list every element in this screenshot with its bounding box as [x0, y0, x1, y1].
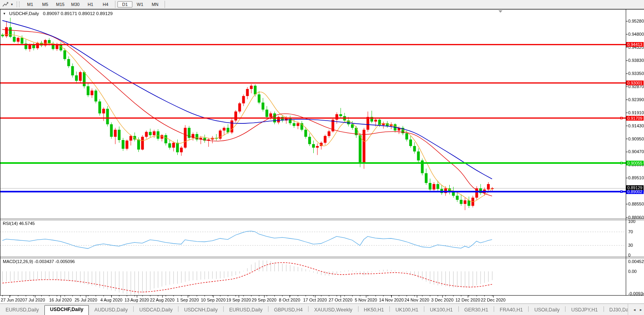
- rsi-indicator-label: RSI(14) 46.5745: [3, 221, 35, 226]
- chart-tab-audusd[interactable]: AUDUSD,Daily: [89, 305, 133, 315]
- price-tick-label: 0.91910: [628, 110, 644, 115]
- chart-tool-icon[interactable]: [2, 1, 9, 8]
- date-tick-label: 27 Jun 2020: [1, 298, 25, 302]
- price-tick-label: 0.90470: [628, 149, 644, 154]
- tab-scroll-right-icon[interactable]: ▸: [638, 307, 644, 312]
- hline-price-tag[interactable]: 0.90055: [626, 161, 644, 165]
- chart-tab-usdcnh[interactable]: USDCNH,Daily: [178, 305, 223, 315]
- macd-tick-label: -0.009348: [628, 291, 644, 296]
- price-tick-label: 0.92390: [628, 97, 644, 102]
- chart-tab-eurusd[interactable]: EURUSD,Daily: [0, 305, 44, 315]
- top-toolbar: ▼ M1M5M15M30H1H4D1W1MN: [0, 0, 644, 9]
- price-tick-label: 0.91430: [628, 123, 644, 128]
- price-tick-label: 0.88550: [628, 202, 644, 206]
- chart-ohlc-values: 0.89097 0.89171 0.89012 0.89129: [43, 11, 113, 16]
- timeframe-mn-button[interactable]: MN: [148, 1, 163, 8]
- chart-tab-dj30[interactable]: DJ30,Daily: [604, 305, 628, 315]
- chart-tab-hk50[interactable]: HK50,H1: [358, 305, 390, 315]
- tab-strip: EURUSD,DailyUSDCHF,DailyAUDUSD,DailyUSDC…: [0, 304, 628, 315]
- date-tick-label: 12 Dec 2020: [455, 298, 480, 302]
- rsi-tick-label: 0: [628, 253, 631, 257]
- timeframe-m1-button[interactable]: M1: [23, 1, 38, 8]
- date-tick-label: 13 Aug 2020: [125, 298, 149, 302]
- date-tick-label: 22 Dec 2020: [481, 298, 506, 302]
- date-tick-label: 27 Oct 2020: [329, 298, 353, 302]
- rsi-tick-label: 100: [628, 219, 635, 224]
- chart-tab-gbpusd[interactable]: GBPUSD,H4: [268, 305, 308, 315]
- chart-tab-bar: EURUSD,DailyUSDCHF,DailyAUDUSD,DailyUSDC…: [0, 303, 644, 315]
- chart-symbol-label: USDCHF,Daily: [9, 11, 39, 16]
- chart-tab-fra40[interactable]: FRA40,H1: [494, 305, 528, 315]
- hline-price-tag[interactable]: 0.94413: [626, 42, 644, 47]
- current-price-tag: 0.89129: [626, 185, 644, 190]
- macd-indicator-label: MACD(12,26,9) -0.003437 -0.005096: [3, 259, 75, 264]
- tab-scroll-arrows: ◂ ▸: [628, 304, 644, 315]
- toolbar-divider: [165, 1, 165, 8]
- macd-tick-label: 0.00: [628, 269, 636, 274]
- chart-tab-xauusd[interactable]: XAUUSD,Weekly: [309, 305, 358, 315]
- toolbar-divider: [115, 1, 115, 8]
- date-tick-label: 5 Nov 2020: [355, 298, 377, 302]
- timeframe-w1-button[interactable]: W1: [132, 1, 148, 8]
- date-tick-label: 14 Nov 2020: [379, 298, 404, 302]
- date-tick-label: 25 Jul 2020: [75, 298, 97, 302]
- price-tick-label: 0.93350: [628, 71, 644, 76]
- timeframe-m15-button[interactable]: M15: [53, 1, 68, 8]
- tab-scroll-left-icon[interactable]: ◂: [631, 307, 638, 312]
- macd-tick-label: 0.004527: [628, 259, 644, 264]
- rsi-tick-label: 30: [628, 243, 633, 248]
- chart-shift-marker-icon[interactable]: [498, 10, 502, 13]
- date-tick-label: 29 Sep 2020: [252, 298, 276, 302]
- chart-tab-usdchf[interactable]: USDCHF,Daily: [44, 305, 89, 315]
- price-tick-label: 0.95280: [628, 19, 644, 23]
- date-tick-label: 19 Sep 2020: [226, 298, 251, 302]
- chart-tab-uk100[interactable]: UK100,H1: [424, 305, 458, 315]
- chart-tab-uk100[interactable]: UK100,H1: [390, 305, 424, 315]
- timeframe-m30-button[interactable]: M30: [68, 1, 83, 8]
- timeframe-h1-button[interactable]: H1: [83, 1, 98, 8]
- hline-price-tag[interactable]: 0.91709: [626, 116, 644, 121]
- timeframe-m5-button[interactable]: M5: [38, 1, 53, 8]
- date-tick-label: 24 Nov 2020: [404, 298, 429, 302]
- hline-price-tag[interactable]: 0.93001: [626, 81, 644, 85]
- chart-tab-ger30[interactable]: GER30,H1: [459, 305, 494, 315]
- price-tick-label: 0.94800: [628, 32, 644, 36]
- toolbar-grip[interactable]: [17, 2, 19, 7]
- date-tick-label: 16 Jul 2020: [49, 298, 72, 302]
- rsi-tick-label: 70: [628, 229, 633, 234]
- date-tick-label: 7 Jul 2020: [25, 298, 45, 302]
- chevron-down-icon[interactable]: ▼: [10, 3, 14, 6]
- chart-tab-usdcad[interactable]: USDCAD,Daily: [134, 305, 178, 315]
- chart-window: ▼ USDCHF,Daily 0.89097 0.89171 0.89012 0…: [0, 9, 644, 303]
- timeframe-h4-button[interactable]: H4: [98, 1, 113, 8]
- timeframe-buttons: M1M5M15M30H1H4D1W1MN: [23, 1, 167, 8]
- date-tick-label: 22 Aug 2020: [150, 298, 174, 302]
- date-tick-label: 17 Oct 2020: [303, 298, 327, 302]
- date-tick-label: 4 Aug 2020: [100, 298, 123, 302]
- chart-tab-usoil[interactable]: USOil,Daily: [529, 305, 565, 315]
- date-tick-label: 3 Dec 2020: [431, 298, 453, 302]
- chart-tab-usdjpy[interactable]: USDJPY,H1: [565, 305, 603, 315]
- date-tick-label: 1 Sep 2020: [176, 298, 199, 302]
- symbol-dropdown-icon[interactable]: ▼: [3, 12, 6, 15]
- date-tick-label: 8 Oct 2020: [279, 298, 300, 302]
- timeframe-d1-button[interactable]: D1: [117, 1, 132, 8]
- chart-title: ▼ USDCHF,Daily 0.89097 0.89171 0.89012 0…: [3, 11, 113, 16]
- chart-tab-eurusd[interactable]: EURUSD,Daily: [224, 305, 268, 315]
- date-tick-label: 10 Sep 2020: [201, 298, 225, 302]
- price-tick-label: 0.93830: [628, 58, 644, 63]
- price-tick-label: 0.89510: [628, 175, 644, 180]
- price-chart-canvas[interactable]: [0, 9, 644, 303]
- price-tick-label: 0.90950: [628, 136, 644, 141]
